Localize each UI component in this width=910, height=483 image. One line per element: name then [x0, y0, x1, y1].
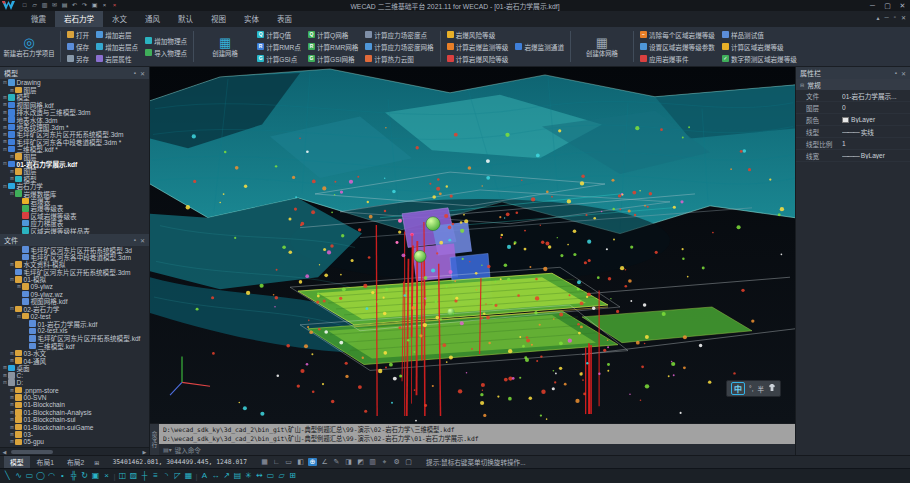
save-as-button[interactable]: 另存 [65, 53, 91, 64]
point-tool-icon[interactable]: • [58, 469, 67, 483]
sample-test-button[interactable]: 样品测试值 [720, 29, 799, 40]
explode-tool-icon[interactable]: ✳ [244, 469, 253, 483]
mail-icon[interactable]: ✉ [51, 0, 58, 11]
tab-4[interactable]: 默认 [169, 11, 202, 27]
save-icon[interactable]: ▥ [41, 0, 48, 11]
close-icon[interactable]: ✕ [140, 70, 145, 77]
open-button[interactable]: 打开 [65, 29, 91, 40]
command-input[interactable]: ▤▾ 键入命令 [159, 444, 795, 455]
otrack-toggle-icon[interactable]: ∠ [320, 458, 329, 466]
dyn-input-toggle-icon[interactable]: ✎ [332, 458, 341, 466]
monitor-channel-button[interactable]: 岩爆监测通道 [513, 41, 566, 52]
doc-minimize-icon[interactable]: ─ [885, 14, 889, 21]
line-tool-icon[interactable]: ╲ [3, 469, 12, 483]
tree-item[interactable]: 毛坪矿区河东片区开拓系统模型.3dm [0, 268, 149, 275]
add-physics-point-button[interactable]: 增加物理点 [143, 35, 189, 46]
text-tool-icon[interactable]: A [200, 469, 209, 483]
erase-tool-icon[interactable]: × [102, 469, 111, 483]
minimize-icon[interactable]: ─ [865, 0, 880, 11]
maximize-icon[interactable]: ▢ [880, 0, 895, 11]
tree-item[interactable]: 01-岩石力学展示.kdf [0, 320, 149, 327]
region-params-button[interactable]: 设置区域岩爆等级参数 [638, 41, 717, 52]
new-project-button[interactable]: ◎新建岩石力学项目 [2, 28, 56, 65]
tab-6[interactable]: 实体 [235, 11, 268, 27]
property-value[interactable]: ———ByLayer [842, 152, 908, 159]
ime-toolbar[interactable]: 中 °, 半 [726, 380, 781, 397]
layout-tab-1[interactable]: 布局1 [31, 456, 60, 468]
layout-tab-2[interactable]: 布局2 [61, 456, 90, 468]
calc-region-button[interactable]: 计算区域岩爆等级 [720, 41, 799, 52]
tree-item[interactable]: ⊞05-gpu [0, 438, 149, 445]
calc-gsi-button[interactable]: G计算GSI点 [255, 53, 303, 64]
tab-5[interactable]: 视图 [202, 11, 235, 27]
ime-punctuation[interactable]: °, [749, 385, 753, 392]
tab-0[interactable]: 微震 [22, 11, 55, 27]
digital-region-button[interactable]: ✓数字预测区域岩爆等级 [720, 53, 799, 64]
scroll-thumb[interactable] [11, 450, 53, 454]
ime-width[interactable]: 半 [758, 384, 765, 394]
tree-item[interactable]: ⊞03- [0, 431, 149, 438]
add-layout-icon[interactable]: ⊞ [94, 459, 99, 466]
properties-section-general[interactable]: ⊟ 常规 [796, 79, 910, 90]
block-tool-icon[interactable]: ▤ [233, 469, 242, 483]
selection-cycling-toggle-icon[interactable]: ▥ [368, 458, 377, 466]
risk-level-button[interactable]: 岩爆风险等级 [445, 29, 511, 40]
close-icon[interactable]: ✕ [901, 70, 906, 77]
property-value[interactable]: 0 [842, 104, 908, 111]
heat-cloud-button[interactable]: 计算热力云图 [363, 53, 435, 64]
grid-display-toggle-icon[interactable]: ▦ [260, 458, 269, 466]
exit-icon[interactable]: × [111, 0, 118, 11]
tree-item[interactable]: 09-ylwz.wz [0, 290, 149, 297]
import-physics-point-button[interactable]: 导入物理点 [143, 47, 189, 58]
fullscreen-toggle-icon[interactable]: ▢ [404, 458, 413, 466]
transparency-toggle-icon[interactable]: ◩ [356, 458, 365, 466]
gsi-grid-button[interactable]: G计算GSI网格 [306, 53, 360, 64]
fillet-tool-icon[interactable]: ◝ [162, 469, 171, 483]
pin-icon[interactable]: ▪ [134, 70, 136, 76]
tree-item[interactable]: ⊟01-岩石力学展示.kdf [0, 160, 149, 167]
tree-item[interactable]: 岩爆表 [0, 197, 149, 204]
tab-7[interactable]: 表面 [268, 11, 301, 27]
tree-item[interactable]: ⊞01-Blockchain-Analysis [0, 409, 149, 416]
mirror-tool-icon[interactable]: ◫ [118, 469, 127, 483]
snap-toggle-icon[interactable]: ▭ [284, 458, 293, 466]
move-tool-icon[interactable]: ╬ [69, 469, 78, 483]
tab-1[interactable]: 岩石力学 [55, 11, 103, 27]
arc-tool-icon[interactable]: ◠ [47, 469, 56, 483]
create-grid-button[interactable]: ▦创建网格 [198, 28, 252, 65]
tree-item[interactable]: ⊞01-Blockchain-suiGame [0, 423, 149, 430]
boundary-tool-icon[interactable]: ▭ [266, 469, 275, 483]
polar-toggle-icon[interactable]: ◧ [296, 458, 305, 466]
tree-item[interactable]: ⊞09-ylwz [0, 283, 149, 290]
save-button[interactable]: 保存 [65, 41, 91, 52]
leader-tool-icon[interactable]: ↗ [222, 469, 231, 483]
measure-tool-icon[interactable]: ↭ [255, 469, 264, 483]
group-tool-icon[interactable]: ⊞ [288, 469, 297, 483]
rotate-tool-icon[interactable]: ↻ [80, 469, 89, 483]
close-icon[interactable]: ✕ [895, 0, 910, 11]
keyboard-skin-icon[interactable] [768, 384, 776, 393]
tree-item[interactable]: ⊟岩石力学 [0, 182, 149, 189]
dim-tool-icon[interactable]: ↔ [211, 469, 220, 483]
workspace-toggle-icon[interactable]: ⚙ [392, 458, 401, 466]
window-icon[interactable]: ▣ [91, 0, 98, 11]
tree-item[interactable]: 毛坪矿区河东各中段巷道模型.3dm [0, 253, 149, 260]
calc-rmr-button[interactable]: R计算RMR点 [255, 41, 303, 52]
tab-3[interactable]: 通风 [136, 11, 169, 27]
offset-tool-icon[interactable]: ≡ [151, 469, 160, 483]
tree-item[interactable]: ⊟D: [0, 379, 149, 386]
tree-item[interactable]: 视图网格.kdf [0, 298, 149, 305]
create-volume-grid-button[interactable]: ▦创建体网格 [575, 28, 629, 65]
tree-item[interactable]: ⊞C: [0, 372, 149, 379]
pin-icon[interactable]: ▪ [134, 237, 136, 243]
doc-close-icon[interactable]: ✕ [901, 14, 906, 21]
hatch-tool-icon[interactable]: ▨ [129, 469, 138, 483]
close-icon[interactable]: ✕ [140, 237, 145, 244]
layout-tab-0[interactable]: 模型 [4, 456, 30, 468]
close-doc-icon[interactable]: × [101, 0, 108, 11]
add-rocklayer-point-button[interactable]: 增加岩层点 [94, 41, 140, 52]
tree-item[interactable]: 区域岩爆等级样品表 [0, 227, 149, 234]
property-value[interactable]: 1 [842, 140, 908, 147]
new-icon[interactable]: □ [21, 0, 28, 11]
risk-calc-button[interactable]: 计算岩爆风险等级 [445, 53, 511, 64]
